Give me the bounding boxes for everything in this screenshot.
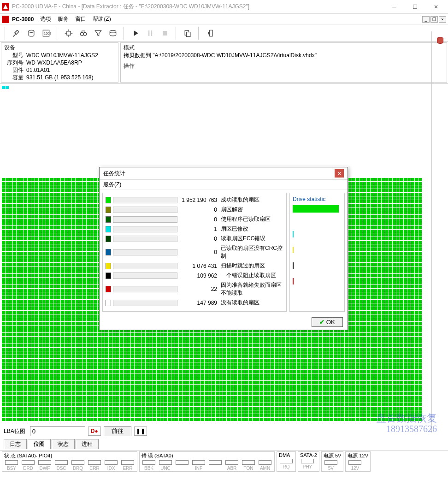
mode-value: 拷贝数据到 "A:\2019\20200308-WDC WD10JMVW-11A… — [124, 52, 444, 59]
status-led — [22, 460, 35, 465]
stat-value: 0 — [180, 249, 217, 255]
svg-rect-8 — [151, 30, 153, 36]
toolbar: 100% — [0, 25, 448, 41]
tools-icon[interactable] — [10, 26, 24, 40]
menu-help[interactable]: 帮助(Z) — [93, 15, 111, 23]
device-panel: 设备 型号WDC WD10JMVW-11AJGS2 序列号WD-WXD1AA5E… — [1, 42, 118, 83]
mode-panel: 模式 拷贝数据到 "A:\2019\20200308-WDC WD10JMVW-… — [120, 42, 447, 83]
menu-options[interactable]: 选项 — [40, 15, 51, 23]
titlebar: PC-3000 UDMA-E - China - [Data Extractor… — [0, 0, 448, 14]
status-led — [121, 460, 134, 465]
copy-icon[interactable] — [181, 26, 195, 40]
stat-color-swatch — [106, 286, 111, 292]
dialog-menu-services[interactable]: 服务(Z) — [103, 181, 121, 188]
side-disk-icon[interactable] — [434, 34, 447, 47]
svg-rect-9 — [163, 31, 167, 36]
status-group: DMARQ — [277, 451, 296, 472]
device-firmware: 01.01A01 — [26, 66, 50, 74]
stat-label: 使用程序已读取扇区 — [221, 215, 283, 223]
stat-bar — [113, 197, 177, 203]
stat-row: 147 989 没有读取的扇区 — [106, 299, 283, 307]
svg-point-6 — [110, 30, 116, 33]
pause-indicator[interactable]: ❚❚ — [134, 427, 147, 436]
device-capacity: 931.51 GB (1 953 525 168) — [26, 74, 93, 81]
drive-statistic-panel: Drive statistic — [289, 193, 345, 312]
mdi-restore[interactable]: ❐ — [430, 16, 438, 23]
stat-label: 因为准备就绪失败而扇区不能读取 — [221, 281, 283, 297]
stat-color-swatch — [106, 197, 111, 203]
drum-icon[interactable] — [24, 26, 38, 40]
tab-log[interactable]: 日志 — [4, 439, 27, 449]
tab-status[interactable]: 状态 — [52, 439, 75, 449]
stat-bar — [113, 207, 177, 213]
chip-icon[interactable] — [62, 26, 76, 40]
status-led — [55, 460, 68, 465]
stat-row: 0 扇区解密 — [106, 206, 283, 213]
close-button[interactable]: ✕ — [425, 0, 446, 13]
stat-row: 1 扇区已修改 — [106, 225, 283, 233]
status-led — [225, 460, 238, 465]
status-led — [176, 460, 189, 465]
device-panel-title: 设备 — [4, 44, 115, 52]
dialog-close-button[interactable]: ✕ — [335, 169, 344, 178]
stat-bar — [113, 273, 177, 279]
minimize-button[interactable]: ─ — [384, 0, 405, 13]
play-button[interactable] — [129, 26, 142, 40]
stop-button[interactable] — [158, 26, 172, 40]
lba-input[interactable] — [30, 426, 85, 436]
stat-value: 147 989 — [180, 300, 217, 306]
window-title: PC-3000 UDMA-E - China - [Data Extractor… — [12, 3, 384, 11]
status-group: 电源 12V12V — [345, 451, 371, 472]
status-led — [88, 460, 101, 465]
stat-value: 0 — [180, 216, 217, 223]
stat-label: 已读取的扇区没有CRC控制 — [221, 244, 283, 260]
svg-rect-7 — [148, 30, 150, 36]
lba-row: LBA位图 D● 前往 ❚❚ — [0, 424, 448, 438]
percent-icon[interactable]: 100% — [39, 26, 53, 40]
exit-icon[interactable] — [203, 26, 217, 40]
status-group: SATA-2PHY — [298, 451, 319, 472]
menu-window[interactable]: 窗口 — [75, 15, 86, 23]
stat-bar — [113, 300, 177, 306]
stat-value: 0 — [180, 236, 217, 242]
stat-row: 109 962 一个错误阻止读取扇区 — [106, 272, 283, 279]
maximize-button[interactable]: ☐ — [405, 0, 425, 13]
funnel-icon[interactable] — [91, 26, 105, 40]
stat-color-swatch — [106, 273, 111, 279]
stat-value: 1 952 190 763 — [180, 197, 217, 203]
status-led — [192, 460, 205, 465]
disk-icon[interactable] — [106, 26, 120, 40]
stat-bar — [113, 236, 177, 242]
stat-row: 0 已读取的扇区没有CRC控制 — [106, 244, 283, 260]
ok-button[interactable]: ✔OK — [312, 317, 343, 327]
menu-services[interactable]: 服务 — [58, 15, 69, 23]
pause-button[interactable] — [143, 26, 157, 40]
stat-value: 1 — [180, 226, 217, 232]
binoculars-icon[interactable] — [77, 26, 90, 40]
status-led — [301, 459, 314, 463]
stat-color-swatch — [106, 207, 111, 213]
menubar: PC-3000 选项 服务 窗口 帮助(Z) _ ❐ × — [0, 14, 448, 25]
tabs: 日志 位图 状态 进程 — [0, 438, 448, 450]
tab-map[interactable]: 位图 — [28, 439, 51, 449]
stat-label: 一个错误阻止读取扇区 — [221, 272, 283, 279]
tab-progress[interactable]: 进程 — [76, 439, 99, 449]
stat-value: 1 076 431 — [180, 263, 217, 269]
stat-color-swatch — [106, 263, 111, 269]
stat-label: 扇区解密 — [221, 206, 283, 213]
svg-text:100%: 100% — [44, 31, 51, 36]
stat-row: 1 952 190 763 成功读取的扇区 — [106, 196, 283, 204]
stat-row: 22 因为准备就绪失败而扇区不能读取 — [106, 281, 283, 297]
stat-bar — [113, 226, 177, 232]
mdi-close[interactable]: × — [439, 16, 446, 23]
stat-row: 1 076 431 扫描时跳过的扇区 — [106, 262, 283, 270]
svg-point-0 — [29, 30, 34, 32]
stat-color-swatch — [106, 216, 111, 223]
status-led — [348, 460, 361, 465]
stat-value: 22 — [180, 286, 217, 292]
stat-bar — [113, 216, 177, 223]
goto-button[interactable]: 前往 — [104, 426, 131, 436]
side-toolbar — [431, 31, 448, 433]
status-led — [159, 460, 172, 465]
mdi-minimize[interactable]: _ — [422, 16, 430, 23]
